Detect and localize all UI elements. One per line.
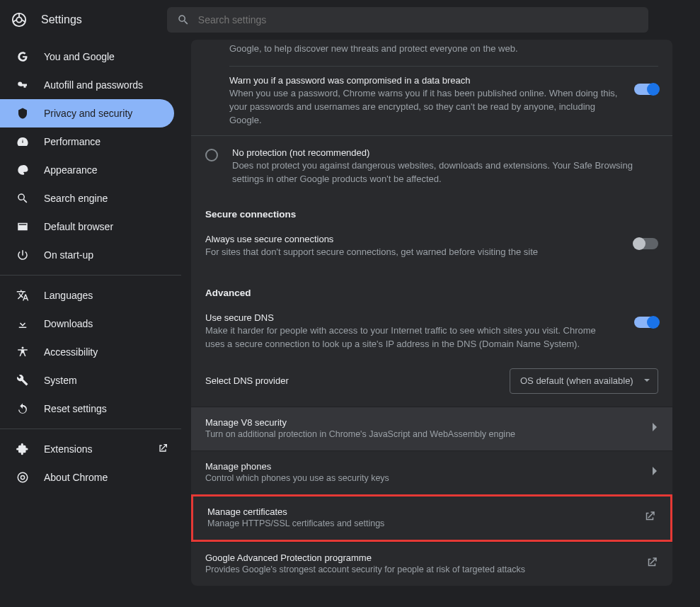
nav-desc: Manage HTTPS/SSL certificates and settin… bbox=[207, 518, 643, 528]
always-secure-row: Always use secure connections For sites … bbox=[191, 225, 672, 269]
download-icon bbox=[16, 317, 30, 331]
setting-desc: Make it harder for people with access to… bbox=[205, 324, 602, 351]
nav-manage-v8[interactable]: Manage V8 security Turn on additional pr… bbox=[191, 407, 672, 450]
nav-title: Manage phones bbox=[205, 461, 653, 472]
setting-title: No protection (not recommended) bbox=[232, 147, 658, 158]
dns-provider-label: Select DNS provider bbox=[205, 375, 500, 386]
main-content: Google, to help discover new threats and… bbox=[181, 40, 700, 607]
nav-manage-certificates[interactable]: Manage certificates Manage HTTPS/SSL cer… bbox=[191, 494, 672, 542]
translate-icon bbox=[16, 288, 30, 302]
no-protection-option[interactable]: No protection (not recommended) Does not… bbox=[191, 135, 672, 198]
chevron-down-icon bbox=[643, 375, 650, 386]
search-settings-field[interactable] bbox=[167, 7, 648, 33]
prev-option-desc-fragment: Google, to help discover new threats and… bbox=[191, 40, 672, 66]
nav-title: Google Advanced Protection programme bbox=[205, 552, 646, 563]
sidebar-item-label: Privacy and security bbox=[44, 108, 132, 119]
sidebar-item-extensions[interactable]: Extensions bbox=[0, 435, 181, 463]
open-external-icon bbox=[643, 510, 656, 525]
nav-desc: Turn on additional protection in Chrome'… bbox=[205, 429, 653, 439]
sidebar-item-label: Default browser bbox=[44, 221, 113, 232]
secure-dns-row: Use secure DNS Make it harder for people… bbox=[191, 304, 672, 361]
svg-point-1 bbox=[16, 17, 21, 22]
search-input[interactable] bbox=[198, 14, 638, 25]
power-icon bbox=[16, 248, 30, 262]
open-external-icon bbox=[157, 443, 168, 456]
breach-warning-toggle[interactable] bbox=[634, 84, 658, 95]
sidebar-item-reset[interactable]: Reset settings bbox=[0, 395, 181, 423]
chrome-logo-icon bbox=[11, 12, 27, 28]
setting-title: Always use secure connections bbox=[205, 234, 624, 244]
breach-warning-row: Warn you if a password was compromised i… bbox=[191, 67, 672, 136]
sidebar-item-accessibility[interactable]: Accessibility bbox=[0, 338, 181, 366]
sidebar-item-privacy[interactable]: Privacy and security bbox=[0, 99, 174, 127]
sidebar-item-label: On start-up bbox=[44, 249, 93, 261]
setting-desc: When you use a password, Chrome warns yo… bbox=[229, 87, 624, 127]
google-g-icon bbox=[16, 50, 30, 64]
sidebar-item-label: Accessibility bbox=[44, 346, 98, 358]
accessibility-icon bbox=[16, 345, 30, 359]
reset-icon bbox=[16, 402, 30, 416]
palette-icon bbox=[16, 163, 30, 177]
setting-desc: Does not protect you against dangerous w… bbox=[232, 159, 658, 186]
sidebar-item-about[interactable]: About Chrome bbox=[0, 463, 181, 492]
sidebar-item-label: About Chrome bbox=[44, 472, 108, 483]
setting-desc: For sites that don't support secure conn… bbox=[205, 246, 602, 259]
sidebar: You and Google Autofill and passwords Pr… bbox=[0, 40, 181, 607]
section-heading-secure: Secure connections bbox=[191, 198, 672, 225]
svg-point-2 bbox=[18, 472, 28, 482]
sidebar-item-startup[interactable]: On start-up bbox=[0, 241, 181, 269]
nav-google-advanced-protection[interactable]: Google Advanced Protection programme Pro… bbox=[191, 542, 672, 586]
dns-provider-row: Select DNS provider OS default (when ava… bbox=[191, 361, 672, 407]
settings-panel: Google, to help discover new threats and… bbox=[191, 40, 672, 586]
chrome-outline-icon bbox=[16, 470, 30, 484]
sidebar-divider bbox=[0, 275, 181, 276]
page-title: Settings bbox=[41, 13, 82, 26]
section-heading-advanced: Advanced bbox=[191, 269, 672, 304]
sidebar-item-label: Reset settings bbox=[44, 403, 107, 414]
sidebar-item-default-browser[interactable]: Default browser bbox=[0, 212, 181, 241]
search-icon bbox=[177, 13, 190, 26]
sidebar-item-you-google[interactable]: You and Google bbox=[0, 42, 181, 71]
sidebar-item-label: Performance bbox=[44, 136, 101, 147]
sidebar-item-autofill[interactable]: Autofill and passwords bbox=[0, 71, 181, 99]
always-secure-toggle[interactable] bbox=[634, 238, 658, 249]
sidebar-item-label: You and Google bbox=[44, 51, 115, 62]
speedometer-icon bbox=[16, 135, 30, 149]
sidebar-item-system[interactable]: System bbox=[0, 366, 181, 395]
sidebar-item-languages[interactable]: Languages bbox=[0, 281, 181, 310]
sidebar-item-label: Search engine bbox=[44, 193, 108, 204]
radio-icon bbox=[205, 149, 218, 161]
sidebar-item-label: Extensions bbox=[44, 443, 92, 455]
sidebar-item-label: Appearance bbox=[44, 164, 98, 176]
browser-icon bbox=[16, 220, 30, 234]
sidebar-divider bbox=[0, 429, 181, 429]
setting-title: Use secure DNS bbox=[205, 312, 624, 323]
sidebar-item-search-engine[interactable]: Search engine bbox=[0, 184, 181, 212]
setting-title: Warn you if a password was compromised i… bbox=[229, 75, 624, 86]
sidebar-item-label: Autofill and passwords bbox=[44, 79, 143, 91]
chevron-right-icon bbox=[653, 423, 658, 433]
nav-title: Manage certificates bbox=[207, 506, 643, 517]
svg-point-3 bbox=[21, 475, 24, 479]
sidebar-item-label: Languages bbox=[44, 290, 93, 301]
sidebar-item-performance[interactable]: Performance bbox=[0, 127, 181, 156]
sidebar-item-downloads[interactable]: Downloads bbox=[0, 310, 181, 338]
nav-desc: Control which phones you use as security… bbox=[205, 473, 653, 483]
wrench-icon bbox=[16, 373, 30, 387]
sidebar-item-label: System bbox=[44, 375, 77, 386]
dns-provider-value: OS default (when available) bbox=[520, 375, 633, 386]
app-header: Settings bbox=[0, 0, 700, 40]
chevron-right-icon bbox=[653, 467, 658, 477]
dns-provider-select[interactable]: OS default (when available) bbox=[510, 368, 658, 394]
open-external-icon bbox=[646, 556, 658, 571]
sidebar-item-appearance[interactable]: Appearance bbox=[0, 156, 181, 184]
shield-icon bbox=[16, 106, 30, 120]
nav-manage-phones[interactable]: Manage phones Control which phones you u… bbox=[191, 450, 672, 494]
magnify-icon bbox=[16, 191, 30, 205]
nav-title: Manage V8 security bbox=[205, 417, 653, 428]
nav-desc: Provides Google's strongest account secu… bbox=[205, 565, 646, 574]
extension-icon bbox=[16, 442, 30, 456]
sidebar-item-label: Downloads bbox=[44, 318, 93, 329]
secure-dns-toggle[interactable] bbox=[634, 317, 658, 328]
key-icon bbox=[16, 78, 30, 92]
